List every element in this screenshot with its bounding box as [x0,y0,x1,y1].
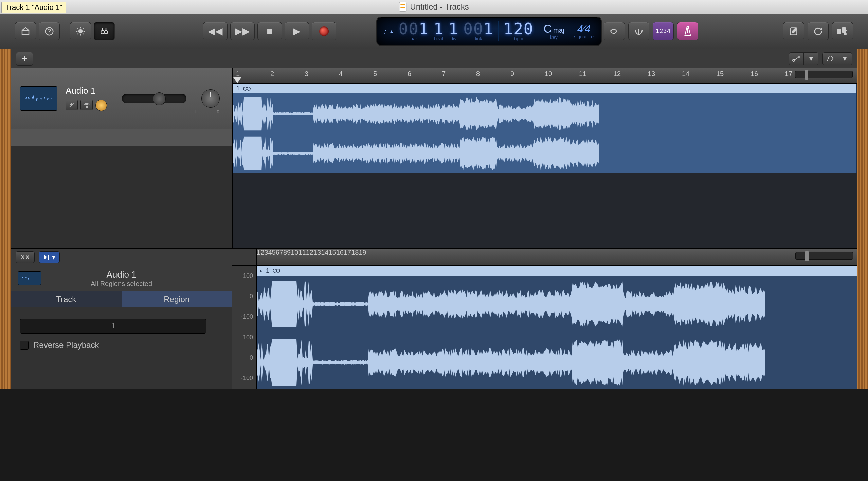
waveform-icon [25,93,52,104]
wood-frame-right [857,49,868,389]
svg-point-15 [276,269,280,272]
svg-rect-7 [837,29,841,34]
stop-button[interactable]: ■ [257,22,282,40]
track-icon[interactable] [20,86,57,111]
svg-point-4 [101,30,104,34]
metronome-button[interactable] [677,22,698,40]
library-button[interactable] [15,22,36,40]
svg-point-5 [104,30,108,34]
wood-frame-left [0,49,11,389]
editor-region-name: 1 [266,267,269,274]
notepad-button[interactable] [783,22,804,40]
tab-region[interactable]: Region [122,291,232,307]
volume-slider[interactable] [122,94,186,103]
tracks-toolbar: + ▾ ▾ [11,49,857,68]
rewind-button[interactable]: ◀◀ [203,22,228,40]
right-toolbar: 1234 [604,22,853,40]
loop-browser-button[interactable] [808,22,829,40]
editor-waveform-left [257,279,766,329]
editor-pane: ▾ Audio 1 All Regions selected Track Reg… [11,248,857,389]
playhead-marker[interactable] [233,77,242,84]
region-name-field[interactable]: 1 [20,319,206,334]
track-list: Audio 1 LR [11,68,233,248]
svg-text:?: ? [48,28,51,35]
record-button[interactable] [312,22,336,40]
forward-button[interactable]: ▶▶ [230,22,255,40]
editor-view-link-button[interactable] [16,251,35,263]
stereo-icon [243,86,251,91]
editor-waveform[interactable] [257,276,857,389]
editor-waveform-area: 1000-1001000-100 12345678910111213141516… [232,249,857,389]
track-row[interactable]: Audio 1 LR [11,68,232,129]
count-in-button[interactable]: 1234 [653,22,674,40]
svg-point-3 [78,29,83,33]
db-scale: 1000-1001000-100 [232,249,257,389]
document-icon [399,2,406,12]
lcd-mode-icon[interactable]: ♪▲ [383,19,394,43]
editor-waveform-right [257,337,766,388]
horizontal-zoom-slider[interactable] [795,71,853,78]
waveform-channel-left [233,95,600,132]
timeline-ruler-top[interactable]: 123456789101112131415161718 [233,68,857,84]
region-name: 1 [236,85,240,92]
region-header[interactable]: 1 [233,84,856,93]
media-browser-button[interactable] [832,22,853,40]
record-icon [319,26,329,36]
arrange-empty-space[interactable] [233,173,857,248]
editor-subtitle: All Regions selected [91,280,152,288]
svg-point-12 [243,87,247,90]
editor-title: Audio 1 [106,269,136,280]
track-tooltip: Track 1 "Audio 1" [1,2,66,13]
waveform-channel-right [233,135,600,172]
play-button[interactable]: ▶ [285,22,309,40]
tab-track[interactable]: Track [11,291,122,307]
transport-controls: ◀◀ ▶▶ ■ ▶ [203,22,336,40]
arrange-area[interactable]: 123456789101112131415161718 1 [233,68,857,248]
timeline-ruler-editor[interactable]: 12345678910111213141516171819 [257,249,857,266]
pan-knob[interactable] [201,89,220,108]
editors-button[interactable] [94,22,115,40]
window-titlebar: Untitled - Tracks Track 1 "Audio 1" [0,0,868,14]
editor-region-header[interactable]: ▸ 1 [257,266,857,276]
add-track-button[interactable]: + [16,52,33,66]
input-monitor-button[interactable] [95,100,107,111]
svg-point-14 [273,269,276,272]
track-lane[interactable]: 1 [233,84,857,173]
play-marker-icon: ▸ [260,268,263,273]
editor-tabs: Track Region [11,291,232,307]
tuner-button[interactable] [628,22,649,40]
checkbox-icon [20,341,29,350]
smart-controls-button[interactable] [70,22,91,40]
quick-help-button[interactable]: ? [39,22,60,40]
solo-button[interactable] [80,100,93,110]
window-title: Untitled - Tracks [399,2,469,12]
editor-zoom-slider[interactable] [795,252,853,260]
catch-menu[interactable]: ▾ [822,52,852,65]
track-name[interactable]: Audio 1 [66,86,107,96]
editor-track-icon [18,271,41,285]
window-title-text: Untitled - Tracks [410,2,469,12]
audio-region[interactable]: 1 [233,84,857,173]
svg-point-13 [247,87,250,90]
editor-inspector: ▾ Audio 1 All Regions selected Track Reg… [11,249,232,389]
stereo-icon [273,268,280,273]
reverse-label: Reverse Playback [33,340,99,350]
editor-view-catch-button[interactable]: ▾ [39,251,60,263]
mute-button[interactable] [66,100,78,110]
cycle-button[interactable] [604,22,625,40]
svg-rect-0 [22,30,29,35]
automation-menu[interactable]: ▾ [789,52,818,65]
lcd-display[interactable]: ♪▲ 001bar 1beat 1div 001tick 120bpm Cmaj… [377,17,601,45]
main-toolbar: ? ◀◀ ▶▶ ■ ▶ ♪▲ 001bar 1beat 1div 001tick… [0,14,868,49]
reverse-playback-checkbox[interactable]: Reverse Playback [20,340,223,350]
